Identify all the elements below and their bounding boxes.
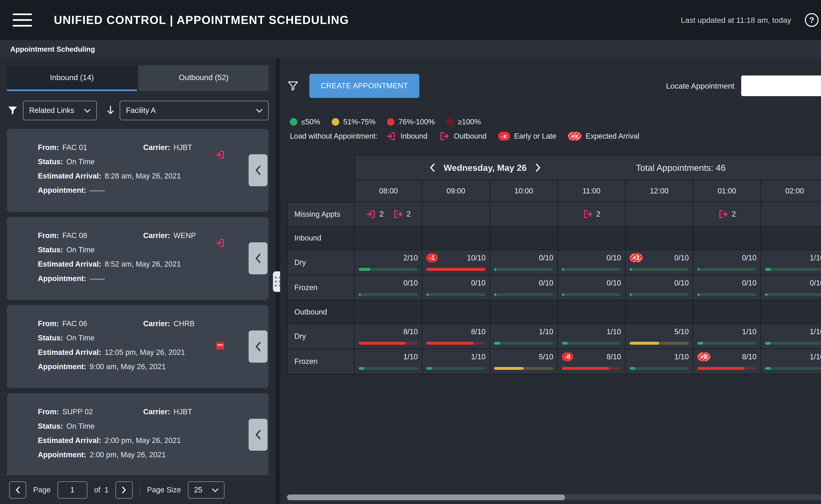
capacity-cell-top: 0/10 — [562, 278, 621, 288]
missing-count: 2 — [596, 210, 600, 218]
filter-icon[interactable] — [287, 80, 299, 92]
missing-appts-cell[interactable] — [761, 202, 821, 227]
expand-card-button[interactable] — [249, 154, 268, 186]
capacity-cell-top: 0/10 — [562, 253, 621, 263]
prev-day-button[interactable] — [429, 163, 435, 172]
create-appointment-button[interactable]: CREATE APPOINTMENT — [309, 74, 419, 98]
outbound-icon — [718, 209, 729, 220]
chevron-down-icon — [212, 486, 218, 494]
tab-outbound[interactable]: Outbound (52) — [138, 65, 269, 91]
capacity-cell-top: 1/10 — [562, 327, 621, 336]
legend-item: +xExpected Arrival — [568, 132, 640, 141]
capacity-cell[interactable]: 1/10 — [626, 349, 694, 374]
inbound-icon — [386, 131, 397, 142]
capacity-cell[interactable]: +88/10 — [693, 349, 761, 374]
next-page-button[interactable] — [115, 481, 133, 499]
tab-inbound[interactable]: Inbound (14) — [7, 65, 137, 91]
capacity-bar-fill — [562, 367, 609, 370]
missing-appts-cell[interactable] — [626, 202, 694, 227]
capacity-cell[interactable]: 8/10 — [422, 324, 490, 349]
facility-dropdown[interactable]: Facility A — [120, 101, 269, 120]
card-field-label: Estimated Arrival: — [38, 433, 101, 448]
capacity-cell-top: 0/10 — [494, 278, 553, 288]
capacity-value: 8/10 — [606, 353, 621, 361]
capacity-cell[interactable]: 1/10 — [355, 349, 422, 374]
capacity-cell[interactable]: 0/10 — [626, 275, 694, 301]
capacity-cell[interactable]: +10/10 — [626, 250, 694, 275]
capacity-cell[interactable]: -110/10 — [422, 250, 490, 275]
related-links-dropdown[interactable]: Related Links — [23, 101, 97, 120]
capacity-cell-top: 1/10 — [765, 327, 821, 336]
capacity-cell[interactable]: 0/10 — [422, 275, 490, 301]
prev-page-button[interactable] — [9, 481, 26, 499]
capacity-value: 5/10 — [674, 327, 689, 336]
missing-appts-cell[interactable]: 2 — [558, 202, 626, 227]
page-size-dropdown[interactable]: 25 — [188, 481, 225, 499]
capacity-cell[interactable]: 0/10 — [693, 250, 761, 275]
capacity-cell[interactable]: 1/10 — [761, 324, 821, 349]
locate-search-input[interactable] — [741, 75, 821, 96]
missing-appts-cell[interactable]: 2 — [693, 202, 761, 227]
missing-appts-cell[interactable] — [490, 202, 558, 227]
panel-splitter[interactable] — [276, 58, 280, 504]
card-from-value: SUPP 02 — [62, 405, 93, 419]
capacity-cell-top: 1/10 — [494, 327, 553, 336]
next-day-button[interactable] — [535, 163, 541, 172]
capacity-bar-fill — [426, 342, 474, 345]
card-appt-value: —— — [90, 271, 105, 286]
card-field-label: Carrier: — [143, 405, 170, 419]
capacity-cell[interactable]: 0/10 — [693, 275, 761, 301]
capacity-cell[interactable]: 0/10 — [558, 250, 626, 275]
menu-bar — [13, 19, 32, 21]
capacity-cell[interactable]: 5/10 — [626, 324, 694, 349]
capacity-cell[interactable]: 2/10 — [355, 250, 422, 275]
missing-count: 2 — [407, 210, 411, 218]
capacity-value: 8/10 — [742, 353, 757, 361]
capacity-cell[interactable]: 8/10 — [355, 324, 422, 349]
capacity-bar-fill — [426, 293, 429, 296]
help-icon[interactable] — [805, 13, 819, 27]
capacity-cell[interactable]: 0/10 — [761, 275, 821, 301]
dropdown-label: Related Links — [29, 106, 74, 115]
capacity-cell[interactable]: -88/10 — [558, 349, 626, 374]
section-spacer-cell — [490, 227, 558, 250]
capacity-cell[interactable]: 0/10 — [490, 250, 558, 275]
time-column-header: 11:00 — [558, 180, 626, 202]
capacity-cell[interactable]: 1/10 — [422, 349, 490, 374]
capacity-cell[interactable]: 1/10 — [761, 349, 821, 374]
capacity-bar-fill — [426, 268, 485, 271]
capacity-cell[interactable]: 0/10 — [558, 275, 626, 301]
menu-bar — [13, 25, 32, 27]
sort-direction-icon[interactable] — [106, 105, 115, 116]
capacity-bar — [765, 268, 821, 271]
expand-card-button[interactable] — [249, 242, 268, 274]
filter-icon[interactable] — [7, 105, 18, 116]
capacity-cell[interactable]: 5/10 — [490, 349, 558, 374]
capacity-cell[interactable]: 1/10 — [693, 324, 761, 349]
total-appointments: Total Appointments: 46 — [615, 163, 821, 173]
capacity-bar — [494, 342, 553, 345]
card-field-label: From: — [38, 316, 59, 331]
expand-card-button[interactable] — [249, 419, 268, 451]
capacity-cell[interactable]: 0/10 — [355, 275, 422, 301]
horizontal-scrollbar-thumb[interactable] — [287, 494, 565, 500]
capacity-bar — [426, 342, 485, 345]
capacity-cell[interactable]: 1/10 — [558, 324, 626, 349]
missing-appts-cell[interactable] — [422, 202, 490, 227]
legend: ≤50% 51%-75% 76%-100% ≥100% Load without… — [290, 116, 821, 143]
capacity-cell[interactable]: 1/10 — [761, 250, 821, 275]
expand-card-button[interactable] — [249, 331, 268, 363]
menu-icon[interactable] — [13, 13, 32, 27]
capacity-bar-fill — [359, 342, 406, 345]
capacity-bar — [359, 342, 418, 345]
capacity-value: 1/10 — [471, 353, 485, 361]
capacity-bar-fill — [562, 293, 564, 296]
missing-appts-cell[interactable]: 22 — [355, 202, 422, 227]
app-title: UNIFIED CONTROL | APPOINTMENT SCHEDULING — [54, 13, 349, 27]
section-spacer-cell — [558, 300, 626, 324]
horizontal-scrollbar-track[interactable] — [287, 494, 821, 500]
capacity-cell[interactable]: 1/10 — [490, 324, 558, 349]
capacity-cell[interactable]: 0/10 — [490, 275, 558, 301]
capacity-bar — [697, 367, 757, 370]
page-number-input[interactable] — [57, 481, 87, 499]
